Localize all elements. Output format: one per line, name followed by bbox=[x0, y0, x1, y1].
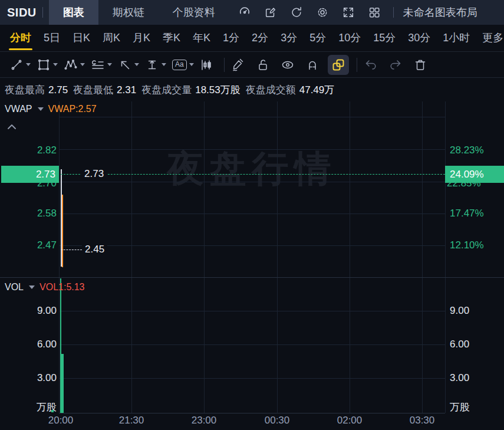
x-axis-line bbox=[59, 413, 445, 413]
vol-axis-label: 9.00 bbox=[0, 305, 57, 317]
current-price-tag: 2.73 bbox=[1, 166, 59, 183]
refresh-icon[interactable] bbox=[286, 2, 307, 23]
timeframe-fenshi[interactable]: 分时 bbox=[7, 25, 34, 52]
gridline bbox=[59, 378, 445, 379]
active-underline bbox=[9, 48, 32, 50]
vol-axis-label: 3.00 bbox=[450, 372, 469, 384]
chevron-up-icon bbox=[7, 124, 17, 130]
gridline bbox=[422, 101, 423, 413]
candle-pattern-icon bbox=[200, 58, 214, 72]
text-icon: Aa bbox=[172, 60, 187, 70]
tab-chart[interactable]: 图表 bbox=[49, 0, 98, 25]
timeframe-30m[interactable]: 30分 bbox=[405, 25, 433, 52]
magnet-tool[interactable] bbox=[304, 55, 321, 74]
chevron-down-icon bbox=[162, 63, 166, 66]
gridline bbox=[131, 101, 132, 413]
gridline bbox=[445, 101, 446, 413]
gauge-icon[interactable] bbox=[234, 2, 255, 23]
symbol-title: SIDU bbox=[7, 6, 37, 19]
gridline bbox=[59, 214, 445, 214]
arrow-icon bbox=[118, 58, 132, 72]
x-axis-tick: 02:00 bbox=[329, 415, 370, 426]
brush-tool[interactable] bbox=[230, 55, 246, 74]
x-axis-tick: 00:30 bbox=[256, 415, 298, 426]
session-start-tick bbox=[51, 410, 54, 412]
collapse-pane-button[interactable] bbox=[7, 122, 17, 132]
vol-axis-unit: 万股 bbox=[450, 402, 470, 413]
layout-name[interactable]: 未命名图表布局 bbox=[403, 5, 477, 19]
trendline-tool[interactable] bbox=[8, 55, 32, 74]
pct-axis-label: 28.23% bbox=[450, 145, 484, 156]
vol-indicator-row[interactable]: VOL VOL1:5.13 bbox=[5, 282, 85, 293]
text-tool[interactable]: Aa bbox=[171, 57, 195, 73]
timeframe-10m[interactable]: 10分 bbox=[335, 25, 364, 52]
x-axis-tick: 03:30 bbox=[401, 415, 443, 426]
trash-icon bbox=[413, 58, 427, 72]
stat-volume: 夜盘成交量18.53万股 bbox=[141, 83, 241, 97]
timeframe-1h[interactable]: 1小时 bbox=[440, 25, 473, 52]
divider bbox=[357, 58, 357, 72]
timeframe-monthly[interactable]: 月K bbox=[130, 25, 153, 52]
unlock-icon bbox=[256, 58, 270, 72]
gridline bbox=[350, 101, 350, 413]
undo-button[interactable] bbox=[363, 55, 379, 74]
price-axis-label: 2.82 bbox=[0, 145, 57, 156]
gridline bbox=[59, 101, 60, 413]
candle-pattern-tool[interactable] bbox=[199, 55, 215, 74]
fullscreen-icon[interactable] bbox=[338, 2, 359, 23]
chevron-down-icon bbox=[29, 285, 35, 289]
vwap-value: VWAP:2.57 bbox=[48, 104, 97, 114]
chevron-down-icon bbox=[38, 107, 44, 111]
gridline bbox=[277, 101, 278, 413]
wave-tool[interactable] bbox=[62, 55, 86, 74]
timeframe-15m[interactable]: 15分 bbox=[370, 25, 398, 52]
visibility-tool[interactable] bbox=[279, 55, 296, 74]
timeframe-bar: 分时 5日 日K 周K 月K 季K 年K 1分 2分 3分 5分 10分 15分… bbox=[0, 25, 504, 52]
lock-tool[interactable] bbox=[255, 55, 271, 74]
timeframe-5d[interactable]: 5日 bbox=[41, 25, 63, 52]
vwap-label: VWAP bbox=[5, 104, 32, 114]
timeframe-weekly[interactable]: 周K bbox=[100, 25, 123, 52]
timeframe-more-dropdown[interactable]: 更多 bbox=[479, 25, 504, 52]
price-axis-label: 2.58 bbox=[0, 208, 57, 219]
timeframe-2m[interactable]: 2分 bbox=[249, 25, 271, 52]
edit-icon[interactable] bbox=[260, 2, 281, 23]
level-dashline bbox=[61, 250, 82, 250]
timeframe-daily[interactable]: 日K bbox=[70, 25, 93, 52]
vol-axis-unit: 万股 bbox=[0, 402, 57, 413]
wave-icon bbox=[64, 58, 78, 72]
vwap-line bbox=[62, 195, 63, 267]
vwap-indicator-row[interactable]: VWAP VWAP:2.57 bbox=[5, 104, 97, 114]
x-axis-tick: 23:00 bbox=[183, 415, 225, 426]
chart-area[interactable]: 夜盘行情 VWAP VWAP:2.57 bbox=[0, 101, 504, 430]
redo-button[interactable] bbox=[387, 55, 404, 74]
timeframe-5m[interactable]: 5分 bbox=[307, 25, 329, 52]
measure-tool[interactable] bbox=[144, 55, 167, 74]
current-pct-tag: 24.09% bbox=[445, 166, 504, 183]
current-price-dashline bbox=[61, 174, 445, 175]
undo-icon bbox=[364, 58, 378, 72]
gridline bbox=[59, 311, 445, 311]
layout-grid-icon[interactable] bbox=[364, 2, 385, 23]
watermark: 夜盘行情 bbox=[59, 144, 445, 193]
gann-lines-tool[interactable] bbox=[90, 55, 113, 74]
shape-tool[interactable] bbox=[35, 55, 59, 74]
timeframe-yearly[interactable]: 年K bbox=[190, 25, 213, 52]
chevron-down-icon bbox=[107, 63, 112, 66]
delete-drawings-button[interactable] bbox=[412, 55, 429, 74]
gridline bbox=[59, 117, 445, 117]
vol-axis-label: 3.00 bbox=[0, 372, 57, 384]
trading-app-window: SIDU 图表 期权链 个股资料 未命名图表布局 分时 5日 日K 周K 月K bbox=[0, 0, 504, 430]
link-charts-tool[interactable] bbox=[328, 55, 349, 75]
tab-option-chain[interactable]: 期权链 bbox=[98, 0, 159, 25]
tab-stock-info[interactable]: 个股资料 bbox=[159, 0, 229, 25]
top-bar: SIDU 图表 期权链 个股资料 未命名图表布局 bbox=[0, 0, 504, 25]
arrow-tool[interactable] bbox=[117, 55, 140, 74]
eye-icon bbox=[281, 58, 295, 72]
pane-divider[interactable] bbox=[0, 277, 504, 278]
timeframe-3m[interactable]: 3分 bbox=[278, 25, 300, 52]
timeframe-1m[interactable]: 1分 bbox=[220, 25, 242, 52]
settings-icon[interactable] bbox=[312, 2, 333, 23]
vol-value: VOL1:5.13 bbox=[39, 282, 85, 293]
timeframe-quarterly[interactable]: 季K bbox=[160, 25, 183, 52]
